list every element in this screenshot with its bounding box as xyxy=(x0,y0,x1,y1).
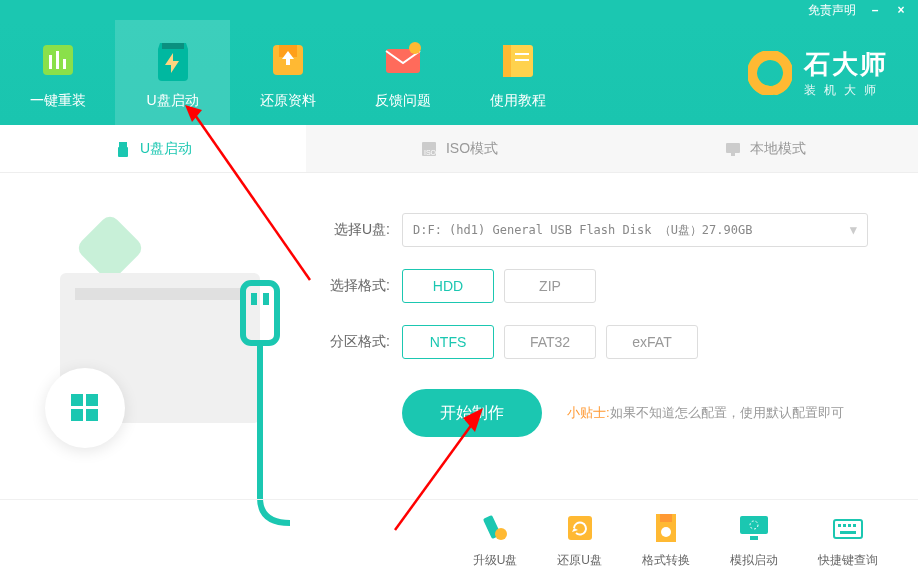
svg-rect-22 xyxy=(86,409,98,421)
nav-restore[interactable]: 还原资料 xyxy=(230,20,345,125)
footer-label: 格式转换 xyxy=(642,552,690,569)
nav-label: U盘启动 xyxy=(146,92,198,110)
brand-logo-icon xyxy=(748,51,792,95)
svg-rect-35 xyxy=(750,536,758,540)
nav-feedback[interactable]: 反馈问题 xyxy=(345,20,460,125)
tab-usb-boot[interactable]: U盘启动 xyxy=(0,125,306,172)
chevron-down-icon: ▼ xyxy=(850,223,857,237)
partition-option-fat32[interactable]: FAT32 xyxy=(504,325,596,359)
tab-local[interactable]: 本地模式 xyxy=(612,125,918,172)
format-label: 选择格式: xyxy=(320,277,390,295)
tab-label: ISO模式 xyxy=(446,140,498,158)
svg-rect-12 xyxy=(515,59,529,61)
tab-label: U盘启动 xyxy=(140,140,192,158)
upgrade-usb-icon xyxy=(477,510,513,546)
svg-rect-36 xyxy=(834,520,862,538)
close-button[interactable]: × xyxy=(894,3,908,17)
svg-rect-29 xyxy=(568,516,592,540)
brand-subtitle: 装机大师 xyxy=(804,82,888,99)
usb-tab-icon xyxy=(114,140,132,158)
format-option-hdd[interactable]: HDD xyxy=(402,269,494,303)
svg-rect-10 xyxy=(503,45,511,77)
svg-point-8 xyxy=(409,42,421,54)
svg-point-28 xyxy=(495,528,507,540)
usb-boot-icon xyxy=(149,36,197,84)
mode-tabs: U盘启动 ISO ISO模式 本地模式 xyxy=(0,125,918,173)
tip-text: 小贴士:如果不知道怎么配置，使用默认配置即可 xyxy=(567,404,844,422)
simulate-boot-icon xyxy=(736,510,772,546)
svg-rect-3 xyxy=(63,59,66,69)
svg-rect-40 xyxy=(853,524,856,527)
partition-option-ntfs[interactable]: NTFS xyxy=(402,325,494,359)
footer-simulate-boot[interactable]: 模拟启动 xyxy=(730,510,778,569)
svg-rect-31 xyxy=(660,514,672,522)
tutorial-icon xyxy=(494,36,542,84)
nav-reinstall[interactable]: 一键重装 xyxy=(0,20,115,125)
decoration-windows-badge xyxy=(45,368,125,448)
footer-format-convert[interactable]: 格式转换 xyxy=(642,510,690,569)
svg-text:ISO: ISO xyxy=(424,149,437,156)
header-nav: 一键重装 U盘启动 还原资料 反馈问题 使用教程 石大师 装机大师 xyxy=(0,20,918,125)
footer-label: 还原U盘 xyxy=(557,552,602,569)
minimize-button[interactable]: – xyxy=(868,3,882,17)
tab-iso[interactable]: ISO ISO模式 xyxy=(306,125,612,172)
disclaimer-link[interactable]: 免责声明 xyxy=(808,2,856,19)
illustration-panel xyxy=(0,173,310,529)
start-button[interactable]: 开始制作 xyxy=(402,389,542,437)
reinstall-icon xyxy=(34,36,82,84)
nav-usb-boot[interactable]: U盘启动 xyxy=(115,20,230,125)
svg-rect-41 xyxy=(840,531,856,534)
nav-label: 反馈问题 xyxy=(375,92,431,110)
footer-shortcut-query[interactable]: 快捷键查询 xyxy=(818,510,878,569)
svg-rect-24 xyxy=(251,293,257,305)
restore-icon xyxy=(264,36,312,84)
svg-rect-23 xyxy=(243,283,277,343)
nav-label: 使用教程 xyxy=(490,92,546,110)
svg-rect-11 xyxy=(515,53,529,55)
svg-rect-33 xyxy=(740,516,768,534)
nav-label: 一键重装 xyxy=(30,92,86,110)
footer-upgrade-usb[interactable]: 升级U盘 xyxy=(473,510,518,569)
format-option-zip[interactable]: ZIP xyxy=(504,269,596,303)
svg-rect-38 xyxy=(843,524,846,527)
disk-select[interactable]: D:F: (hd1) General USB Flash Disk （U盘）27… xyxy=(402,213,868,247)
nav-label: 还原资料 xyxy=(260,92,316,110)
brand: 石大师 装机大师 xyxy=(748,20,918,125)
svg-rect-17 xyxy=(726,143,740,153)
svg-rect-20 xyxy=(86,394,98,406)
footer-label: 快捷键查询 xyxy=(818,552,878,569)
windows-icon xyxy=(65,388,105,428)
svg-rect-37 xyxy=(838,524,841,527)
svg-point-32 xyxy=(661,527,671,537)
svg-rect-4 xyxy=(162,43,184,49)
svg-rect-18 xyxy=(731,153,735,156)
disk-value: D:F: (hd1) General USB Flash Disk （U盘）27… xyxy=(413,222,752,239)
restore-usb-icon xyxy=(562,510,598,546)
svg-rect-1 xyxy=(49,55,52,69)
svg-rect-2 xyxy=(56,51,59,69)
disk-label: 选择U盘: xyxy=(320,221,390,239)
footer-label: 模拟启动 xyxy=(730,552,778,569)
tip-label: 小贴士: xyxy=(567,405,610,420)
format-convert-icon xyxy=(648,510,684,546)
brand-title: 石大师 xyxy=(804,47,888,82)
svg-rect-14 xyxy=(118,147,128,157)
keyboard-icon xyxy=(830,510,866,546)
usb-illustration xyxy=(225,278,295,532)
svg-rect-19 xyxy=(71,394,83,406)
svg-rect-39 xyxy=(848,524,851,527)
footer-restore-usb[interactable]: 还原U盘 xyxy=(557,510,602,569)
partition-option-exfat[interactable]: exFAT xyxy=(606,325,698,359)
nav-tutorial[interactable]: 使用教程 xyxy=(460,20,575,125)
iso-tab-icon: ISO xyxy=(420,140,438,158)
feedback-icon xyxy=(379,36,427,84)
partition-label: 分区格式: xyxy=(320,333,390,351)
svg-rect-21 xyxy=(71,409,83,421)
svg-rect-13 xyxy=(119,142,127,147)
footer-label: 升级U盘 xyxy=(473,552,518,569)
local-tab-icon xyxy=(724,140,742,158)
svg-rect-25 xyxy=(263,293,269,305)
tab-label: 本地模式 xyxy=(750,140,806,158)
